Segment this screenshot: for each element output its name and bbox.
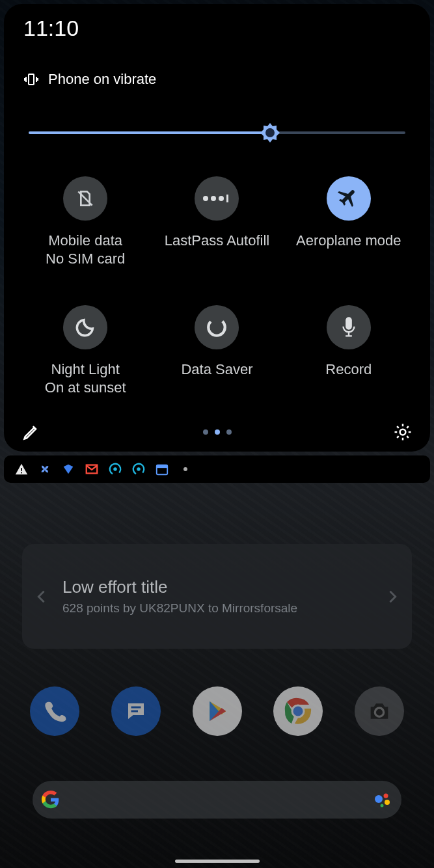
files-icon	[61, 462, 75, 476]
svg-point-25	[385, 800, 390, 805]
app-dock	[30, 686, 404, 736]
quick-settings-tiles: Mobile data No SIM card LastPass Autofil…	[20, 176, 414, 396]
svg-point-2	[265, 128, 275, 137]
dock-app-play-store[interactable]	[193, 686, 242, 736]
svg-point-7	[206, 316, 228, 338]
svg-rect-18	[157, 465, 168, 468]
tile-record[interactable]: Record	[283, 305, 414, 396]
tile-lastpass-autofill[interactable]: LastPass Autofill	[151, 176, 282, 267]
notification-row[interactable]: Phone on vibrate	[23, 71, 414, 88]
quick-settings-panel: 11:10 Phone on vibrate Mobile data No SI…	[4, 4, 430, 452]
tile-button[interactable]	[195, 305, 239, 349]
brightness-slider[interactable]	[29, 123, 405, 142]
tile-button[interactable]	[63, 176, 107, 221]
camera-icon	[366, 698, 392, 724]
dock-app-phone[interactable]	[30, 686, 79, 736]
password-dots-icon	[202, 193, 232, 204]
google-g-icon	[42, 791, 60, 809]
svg-point-3	[203, 196, 208, 201]
widget-title: Low effort title	[62, 577, 383, 597]
news-widget[interactable]: Low effort title 628 points by UK82PUNX …	[22, 544, 412, 649]
tile-button[interactable]	[195, 176, 239, 221]
page-indicator	[203, 429, 232, 435]
page-dot	[203, 429, 208, 435]
svg-point-5	[219, 196, 224, 201]
pencil-icon	[22, 423, 40, 441]
gmail-icon	[85, 462, 99, 476]
tile-sub: On at sunset	[45, 379, 126, 396]
microphone-icon	[340, 316, 357, 338]
brightness-thumb-icon[interactable]	[259, 122, 281, 144]
svg-rect-11	[21, 472, 22, 474]
widget-subtitle: 628 points by UK82PUNX to Mirrorsforsale	[62, 601, 383, 616]
tile-button[interactable]	[327, 305, 371, 349]
dock-app-camera[interactable]	[355, 686, 404, 736]
svg-rect-0	[29, 74, 34, 85]
svg-point-9	[400, 429, 406, 435]
vibrate-icon	[23, 72, 39, 87]
status-time: 11:10	[23, 16, 414, 41]
dock-app-messages[interactable]	[111, 686, 161, 736]
gear-icon	[393, 422, 413, 442]
moon-icon	[74, 316, 96, 338]
quick-settings-footer	[20, 420, 414, 444]
edit-tiles-button[interactable]	[20, 420, 43, 444]
page-dot	[226, 429, 232, 435]
podcast-icon	[131, 462, 146, 476]
svg-point-14	[113, 467, 117, 471]
airplane-icon	[338, 187, 360, 210]
dock-app-chrome[interactable]	[273, 686, 323, 736]
warning-icon	[14, 462, 29, 476]
svg-point-23	[375, 795, 383, 803]
notification-icon-bar[interactable]	[4, 455, 430, 483]
tile-night-light[interactable]: Night Light On at sunset	[20, 305, 151, 396]
calendar-icon	[155, 462, 169, 476]
svg-point-24	[384, 794, 388, 798]
svg-point-16	[137, 467, 141, 471]
svg-rect-8	[346, 317, 352, 329]
pinwheel-icon	[38, 462, 52, 476]
svg-point-26	[381, 804, 384, 807]
google-search-bar[interactable]	[33, 781, 401, 819]
tile-label: Record	[325, 361, 372, 378]
tile-aeroplane-mode[interactable]: Aeroplane mode	[283, 176, 414, 267]
podcast-icon	[108, 462, 122, 476]
play-store-icon	[204, 698, 230, 724]
no-sim-icon	[75, 188, 96, 209]
tile-label: Night Light	[51, 361, 120, 378]
chevron-right-icon[interactable]	[383, 588, 401, 606]
tile-data-saver[interactable]: Data Saver	[151, 305, 282, 396]
tile-label: Mobile data	[48, 232, 122, 249]
slider-fill	[29, 131, 270, 134]
messages-icon	[124, 699, 148, 723]
tile-label: LastPass Autofill	[165, 232, 269, 249]
tile-sub: No SIM card	[46, 251, 125, 267]
chrome-icon	[282, 696, 314, 727]
gesture-nav-pill[interactable]	[175, 860, 260, 863]
tile-button[interactable]	[327, 176, 371, 221]
tile-mobile-data[interactable]: Mobile data No SIM card	[20, 176, 151, 267]
settings-button[interactable]	[391, 420, 414, 444]
phone-icon	[42, 699, 67, 724]
svg-point-4	[211, 196, 216, 201]
more-notifications-dot	[183, 467, 187, 471]
chevron-left-icon[interactable]	[33, 588, 51, 606]
svg-rect-10	[21, 468, 22, 471]
svg-rect-6	[226, 195, 228, 202]
notification-text: Phone on vibrate	[48, 71, 156, 88]
assistant-icon[interactable]	[373, 790, 392, 809]
data-saver-icon	[206, 316, 228, 338]
page-dot	[215, 429, 220, 435]
tile-button[interactable]	[63, 305, 107, 349]
tile-label: Data Saver	[181, 361, 252, 378]
tile-label: Aeroplane mode	[296, 232, 401, 249]
